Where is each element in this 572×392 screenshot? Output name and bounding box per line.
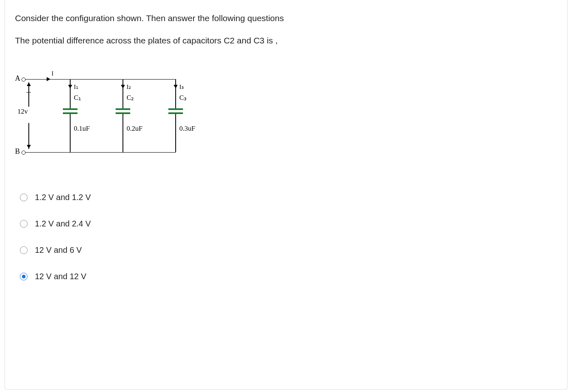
arrow-i [47, 77, 50, 81]
arrow-i2 [121, 85, 125, 88]
node-a [22, 78, 26, 82]
option-4[interactable]: 12 V and 12 V [20, 272, 557, 281]
option-1[interactable]: 1.2 V and 1.2 V [20, 193, 557, 202]
cap3-plate-top [168, 108, 183, 110]
label-i: I [52, 70, 54, 77]
option-label: 1.2 V and 1.2 V [35, 193, 91, 202]
wire-src-t [28, 82, 29, 107]
label-c3: C₃ [179, 93, 187, 102]
radio-icon [20, 273, 28, 280]
wire-bottom [26, 152, 176, 153]
label-i1: I₁ [74, 83, 78, 90]
label-c3-val: 0.3uF [179, 125, 195, 133]
label-c2: C₂ [127, 93, 134, 102]
question-card: Consider the configuration shown. Then a… [4, 0, 568, 390]
arrow-i3 [174, 85, 178, 88]
option-3[interactable]: 12 V and 6 V [20, 246, 557, 255]
cap1-plate-top [63, 108, 77, 110]
node-a-label: A [15, 74, 20, 83]
wire-b2-bot [123, 114, 123, 152]
answer-options: 1.2 V and 1.2 V 1.2 V and 2.4 V 12 V and… [20, 193, 557, 281]
wire-b2-top [123, 79, 123, 108]
radio-icon [20, 246, 28, 254]
wire-b3-bot [175, 114, 176, 152]
node-b-label: B [15, 147, 20, 156]
label-i3: I₃ [179, 83, 184, 90]
cap2-plate-top [116, 108, 130, 110]
arrow-i1 [68, 85, 72, 88]
label-c1: C₁ [74, 93, 81, 102]
circuit-diagram: A I B 12v I₁ C₁ 0.1uF I₂ C₂ [15, 75, 206, 160]
arrow-src-up [27, 82, 31, 86]
wire-b1-top [70, 79, 71, 108]
tick-src-top [26, 92, 31, 93]
option-2[interactable]: 1.2 V and 2.4 V [20, 219, 557, 228]
label-c1-val: 0.1uF [74, 125, 90, 133]
arrow-src-down [27, 145, 31, 149]
label-i2: I₂ [127, 83, 131, 90]
wire-b1-bot [70, 114, 71, 152]
question-line-2: The potential difference across the plat… [15, 34, 557, 46]
label-12v: 12v [17, 108, 28, 116]
option-label: 12 V and 6 V [35, 246, 82, 255]
radio-icon [20, 220, 28, 228]
radio-icon [20, 194, 28, 201]
label-c2-val: 0.2uF [127, 125, 142, 133]
question-line-1: Consider the configuration shown. Then a… [15, 12, 557, 24]
node-b [22, 151, 26, 155]
option-label: 12 V and 12 V [35, 272, 86, 281]
wire-b3-top [175, 79, 176, 108]
question-text: Consider the configuration shown. Then a… [15, 12, 557, 47]
option-label: 1.2 V and 2.4 V [35, 219, 91, 228]
